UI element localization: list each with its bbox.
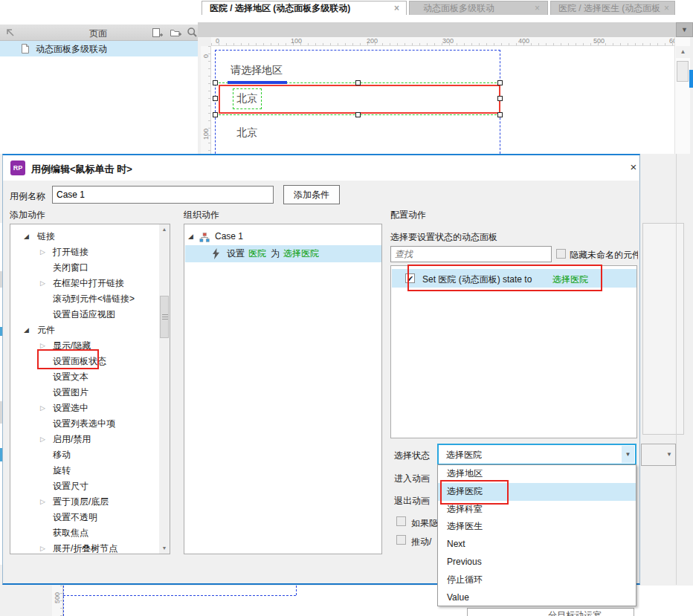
tab-active[interactable]: 医院 / 选择地区 (动态面板多级联动) × (202, 1, 407, 15)
tree-item[interactable]: 设置不透明 (21, 510, 168, 525)
tree-collapsed-icon[interactable]: ▷ (40, 494, 45, 510)
state-option[interactable]: Next (438, 536, 636, 554)
page-icon (21, 43, 30, 56)
organize-actions-list: ◢ Case 1 设置 医院 为 选择医院 (184, 224, 382, 554)
background-dropdown[interactable]: ▼ (641, 444, 676, 466)
tree-item[interactable]: 滚动到元件<锚链接> (21, 291, 168, 307)
tab-close-icon[interactable]: × (664, 1, 669, 15)
select-state-value: 选择医院 (446, 449, 482, 461)
tab-overflow-icon[interactable]: ▼ (676, 22, 693, 37)
tree-group-link[interactable]: ◢链接 (21, 229, 168, 244)
sidebar-item-page[interactable]: 动态面板多级联动 (0, 41, 198, 56)
tree-expanded-icon[interactable]: ◢ (24, 229, 29, 244)
show-if-hidden-checkbox[interactable] (396, 516, 406, 526)
canvas-row-text[interactable]: 北京 (236, 92, 257, 106)
selection-handle[interactable] (497, 96, 503, 101)
add-folder-icon[interactable] (170, 27, 182, 40)
tree-item[interactable]: ▷展开/折叠树节点 (21, 541, 168, 554)
selection-handle[interactable] (355, 80, 361, 85)
search-icon[interactable] (187, 27, 198, 40)
scroll-up-icon[interactable]: ▲ (676, 46, 690, 58)
state-option[interactable]: Previous (438, 554, 636, 571)
vertical-ruler: 0 100 (201, 46, 211, 154)
tree-scrollbar[interactable]: ▲ ▼ (159, 224, 170, 554)
ruler-tick: 100 (202, 129, 210, 140)
tree-item[interactable]: 设置图片 (21, 385, 168, 401)
tree-item[interactable]: 关闭窗口 (21, 260, 168, 276)
tab-3[interactable]: 医院 / 选择医生 (动态面板多级联动) × (550, 1, 675, 15)
tree-item[interactable]: ▷在框架中打开链接 (21, 276, 168, 291)
case-name-label: 用例名称 (10, 190, 45, 203)
tree-item[interactable]: ▷启用/禁用 (21, 432, 168, 447)
tree-collapsed-icon[interactable]: ▷ (40, 276, 45, 291)
chevron-down-icon[interactable]: ▼ (622, 446, 634, 463)
tree-item[interactable]: 移动 (21, 447, 168, 463)
selection-handle[interactable] (355, 112, 361, 117)
annotation-box-set-panel-state (37, 349, 99, 369)
ruler-tick: 500 (593, 37, 605, 45)
selection-handle[interactable] (213, 80, 218, 85)
organized-action-row[interactable]: 设置 医院 为 选择医院 (185, 245, 381, 262)
canvas-placeholder-text[interactable]: 请选择地区 (231, 64, 283, 77)
tree-collapsed-icon[interactable]: ▷ (40, 401, 45, 416)
selection-handle[interactable] (213, 112, 218, 117)
case-name-input[interactable] (52, 186, 274, 204)
tree-item[interactable]: ▷设置选中 (21, 401, 168, 416)
tab-2[interactable]: 动态面板多级联动 × (409, 1, 548, 15)
canvas-vertical-scrollbar[interactable]: ▲ (674, 37, 690, 154)
show-if-hidden-label: 如果隐 (411, 517, 438, 530)
scroll-up-icon[interactable]: ▲ (159, 224, 170, 235)
axure-window: 页面 动态面板多级联动 医院 / 选择地区 (动态面板多级联动) × 动态面板多… (0, 0, 693, 616)
ruler-tick: 100 (291, 37, 302, 45)
panel-search-input[interactable] (390, 246, 552, 262)
tree-item[interactable]: 旋转 (21, 463, 168, 479)
selection-handle[interactable] (213, 96, 218, 101)
state-option[interactable]: Value (438, 589, 636, 607)
tree-item[interactable]: 设置尺寸 (21, 479, 168, 494)
tree-item[interactable]: 设置自适应视图 (21, 307, 168, 322)
chevron-down-icon: ▼ (666, 451, 672, 458)
tree-item[interactable]: ▷置于顶层/底层 (21, 494, 168, 510)
selection-handle[interactable] (497, 112, 503, 117)
tab-label: 医院 / 选择地区 (动态面板多级联动) (210, 1, 350, 16)
selection-handle[interactable] (497, 80, 503, 85)
state-option[interactable]: 选择医生 (438, 518, 636, 536)
push-pull-checkbox[interactable] (396, 535, 406, 545)
tree-group-widget[interactable]: ◢元件 (21, 322, 168, 338)
tree-expanded-icon[interactable]: ◢ (24, 322, 29, 338)
hide-unnamed-checkbox[interactable] (556, 249, 566, 259)
panel-outline-fragment (63, 586, 64, 616)
state-option[interactable]: 停止循环 (438, 571, 636, 589)
scrollbar-thumb[interactable] (677, 61, 689, 82)
select-state-dropdown[interactable]: 选择医院 ▼ (437, 444, 636, 465)
tree-item[interactable]: 设置文本 (21, 369, 168, 385)
case-tree-row[interactable]: ◢ Case 1 (184, 229, 381, 244)
tree-item[interactable]: ▷打开链接 (21, 244, 168, 260)
tree-item[interactable]: 获取焦点 (21, 525, 168, 541)
scrollbar-thumb[interactable] (160, 296, 169, 338)
design-canvas[interactable]: 请选择地区 北京 北京 (211, 46, 674, 154)
hide-unnamed-label: 隐藏未命名的元件 (570, 249, 638, 262)
tab-close-icon[interactable]: × (394, 1, 399, 16)
canvas-row2-text[interactable]: 北京 (236, 126, 257, 140)
tree-expanded-icon[interactable]: ◢ (188, 229, 193, 244)
select-state-label: 选择状态 (394, 450, 430, 462)
editor-tab-bar (198, 22, 693, 37)
configure-panel-label: 选择要设置状态的动态面板 (390, 231, 497, 244)
add-page-icon[interactable] (152, 27, 163, 41)
annotation-box-state-option (440, 480, 509, 505)
tree-item[interactable]: 设置列表选中项 (21, 416, 168, 432)
tab-close-icon[interactable]: × (535, 1, 540, 16)
add-condition-button[interactable]: 添加条件 (283, 185, 340, 204)
tree-collapsed-icon[interactable]: ▷ (40, 432, 45, 447)
tree-collapsed-icon[interactable]: ▷ (40, 541, 45, 554)
tree-collapsed-icon[interactable]: ▷ (40, 244, 45, 260)
push-pull-label: 推动/ (411, 536, 438, 548)
collapse-panel-icon[interactable] (6, 28, 15, 39)
lightning-icon (212, 248, 220, 265)
close-icon[interactable]: × (627, 161, 640, 174)
scroll-down-icon[interactable]: ▼ (159, 543, 170, 554)
selected-line-element[interactable] (228, 81, 287, 84)
action-target: 医院 (248, 245, 266, 262)
exit-animation-label: 退出动画 (394, 495, 430, 508)
